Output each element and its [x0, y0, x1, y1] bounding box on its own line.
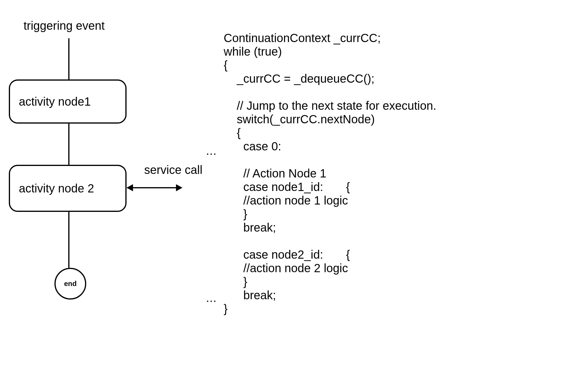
line-node1-to-node2 [68, 124, 69, 165]
code-l21: } [224, 302, 227, 315]
activity-node-1-label: activity node1 [19, 95, 91, 108]
end-node: end [54, 268, 86, 300]
code-l12: case node1_id: { [224, 180, 350, 193]
code-l1: ContinuationContext _currCC; [224, 31, 381, 44]
code-l14: } [224, 207, 247, 220]
end-node-label: end [64, 280, 77, 288]
activity-node-1: activity node1 [9, 79, 127, 124]
line-node2-to-end [68, 212, 69, 268]
service-call-arrow-left [127, 184, 133, 191]
code-l8: { [224, 126, 241, 139]
service-call-label: service call [144, 163, 202, 177]
code-l20: break; [224, 289, 276, 302]
trigger-label: triggering event [24, 19, 105, 32]
code-l7: switch(_currCC.nextNode) [224, 113, 375, 126]
code-l11: // Action Node 1 [224, 167, 326, 180]
line-trigger-to-node1 [68, 38, 69, 79]
activity-node-2: activity node 2 [9, 165, 127, 212]
code-l3: { [224, 59, 227, 72]
ellipsis-2: ... [206, 291, 217, 305]
service-call-arrow-right [176, 184, 182, 191]
ellipsis-1: ... [206, 144, 217, 157]
code-l17: case node2_id: { [224, 248, 350, 261]
service-call-line [127, 187, 177, 188]
code-l18: //action node 2 logic [224, 262, 348, 275]
code-l2: while (true) [224, 45, 282, 58]
code-l15: break; [224, 221, 276, 234]
code-l13: //action node 1 logic [224, 194, 348, 207]
code-block: ContinuationContext _currCC; while (true… [224, 18, 436, 315]
code-l4: _currCC = _dequeueCC(); [224, 72, 374, 85]
activity-node-2-label: activity node 2 [19, 182, 94, 195]
code-l19: } [224, 275, 247, 288]
code-l9: case 0: [224, 140, 281, 153]
code-l6: // Jump to the next state for execution. [224, 99, 436, 112]
